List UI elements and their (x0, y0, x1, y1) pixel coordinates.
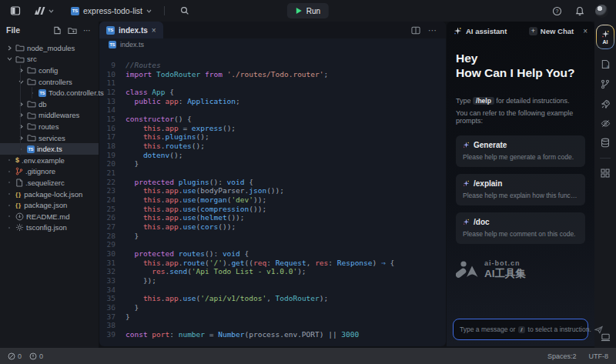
rocket-icon[interactable] (601, 99, 611, 109)
tree-item-config[interactable]: config (0, 65, 99, 76)
code-line-39[interactable]: 39const port: number = Number(process.en… (99, 330, 446, 339)
terminal-laptop-icon[interactable] (601, 333, 611, 342)
code-line-31[interactable]: 31 this.app.route('/').get((req: Request… (99, 259, 446, 268)
watermark: ai-bot.cn AI工具集 (456, 259, 585, 281)
run-button[interactable]: Run (287, 3, 329, 18)
new-chat-button[interactable]: + New Chat (529, 27, 574, 35)
tree-item-node-modules[interactable]: node_modules (0, 42, 99, 54)
close-icon[interactable]: × (583, 27, 588, 35)
database-icon[interactable] (601, 138, 610, 148)
prompt-card-explain[interactable]: /explainPlease help me explain how this … (456, 174, 585, 205)
editor-more-icon[interactable]: ⋯ (428, 25, 437, 35)
split-editor-icon[interactable] (411, 26, 420, 35)
ai-sparkle-icon (601, 30, 610, 38)
ts-badge-icon: TS (106, 26, 115, 35)
tree-item-package-lock-json[interactable]: {}package-lock.json (0, 189, 99, 200)
tree-item-index-ts[interactable]: TSindex.ts (0, 143, 99, 155)
tree-item-middlewares[interactable]: middlewares (0, 110, 99, 122)
file-explorer-panel: File ⋯ node_modulessrcconfigcontrollersT… (0, 22, 99, 348)
code-line-24[interactable]: 24 this.app.use(morgan('dev')); (99, 195, 446, 205)
code-line-13[interactable]: 13 public app: Application; (99, 97, 446, 106)
tree-item--gitignore[interactable]: .gitignore (0, 166, 99, 178)
extensions-grid-icon[interactable] (601, 169, 610, 178)
code-line-32[interactable]: 32 res.send('Api Todo List - v1.0.0'); (99, 267, 446, 276)
search-icon[interactable] (177, 3, 192, 18)
code-line-34[interactable]: 34 (99, 286, 446, 295)
code-line-9[interactable]: 9//Routes (99, 61, 446, 70)
code-line-18[interactable]: 18 this.routes(); (99, 142, 446, 151)
tree-item-controllers[interactable]: controllers (0, 76, 99, 88)
folder-icon (27, 134, 36, 142)
send-icon[interactable] (594, 326, 603, 334)
tree-item-tsconfig-json[interactable]: tsconfig.json (0, 222, 99, 234)
code-line-11[interactable]: 11 (99, 78, 446, 88)
encoding-status[interactable]: UTF-8 (589, 352, 609, 360)
more-actions-icon[interactable]: ⋯ (82, 24, 92, 36)
code-line-19[interactable]: 19 dotenv(); (99, 151, 446, 160)
watermark-logo-icon (456, 260, 479, 280)
ai-assistant-tab[interactable]: AI (596, 25, 614, 49)
code-line-25[interactable]: 25 this.app.use(compression()); (99, 205, 446, 214)
prompt-card-doc[interactable]: /docPlease help me comment on this code. (456, 212, 585, 244)
code-line-10[interactable]: 10import TodoRouter from './routes/Todo.… (99, 70, 446, 79)
ai-panel-title: AI assistant (466, 27, 507, 35)
code-line-35[interactable]: 35 this.app.use('/api/v1/todos', TodoRou… (99, 294, 446, 303)
code-line-14[interactable]: 14 (99, 105, 446, 115)
tree-item--env-example[interactable]: $.env.example (0, 155, 99, 166)
code-line-15[interactable]: 15constructor() { (99, 115, 446, 124)
tree-item-src[interactable]: src (0, 54, 99, 65)
code-line-16[interactable]: 16 this.app = express(); (99, 124, 446, 133)
code-line-36[interactable]: 36 } (99, 303, 446, 312)
help-hint: Type /help for detailed instructions. (456, 97, 585, 105)
errors-status[interactable]: 0 (8, 352, 22, 360)
chevron-right-icon (18, 124, 24, 129)
code-area[interactable]: 9//Routes10import TodoRouter from './rou… (99, 51, 446, 346)
tab-index-ts[interactable]: TS index.ts × (99, 22, 163, 38)
code-line-20[interactable]: 20 } (99, 159, 446, 169)
tree-item-routes[interactable]: routes (0, 121, 99, 132)
breadcrumb[interactable]: TS index.ts (99, 38, 446, 51)
code-line-38[interactable]: 38 (99, 321, 446, 330)
tree-item-package-json[interactable]: {}package.json (0, 199, 99, 211)
code-line-29[interactable]: 29 (99, 240, 446, 249)
chevron-right-icon (18, 68, 24, 73)
tab-close-icon[interactable]: × (152, 26, 156, 35)
code-line-37[interactable]: 37} (99, 312, 446, 322)
code-line-22[interactable]: 22 protected plugins(): void { (99, 178, 446, 187)
chat-input[interactable]: Type a message or / to select a instruct… (453, 319, 588, 340)
notifications-bell-icon[interactable] (572, 3, 588, 18)
sidebar-toggle-icon[interactable] (8, 3, 23, 18)
tree-item-services[interactable]: services (0, 132, 99, 144)
docs-icon[interactable]: a (601, 59, 611, 69)
tree-item-db[interactable]: db (0, 99, 99, 110)
chevron-down-icon (18, 79, 24, 85)
avatar[interactable] (595, 5, 608, 18)
code-line-27[interactable]: 27 this.app.use(cors()); (99, 222, 446, 232)
code-line-12[interactable]: 12class App { (99, 88, 446, 97)
code-line-23[interactable]: 23 this.app.use(bodyParser.json()); (99, 186, 446, 195)
new-folder-icon[interactable] (66, 24, 79, 36)
code-line-33[interactable]: 33 }); (99, 276, 446, 286)
code-line-17[interactable]: 17 this.plugins(); (99, 132, 446, 142)
git-branch-icon[interactable] (601, 79, 610, 89)
sparkle-icon (463, 219, 470, 225)
app-logo[interactable] (34, 6, 54, 15)
project-switcher[interactable]: TS express-todo-list (71, 6, 152, 15)
prompt-card-generate[interactable]: GeneratePlease help me generate a form c… (456, 135, 585, 167)
preview-off-icon[interactable] (601, 119, 611, 128)
code-line-30[interactable]: 30 protected routes(): void { (99, 249, 446, 259)
code-line-21[interactable]: 21 (99, 169, 446, 178)
ts-badge-icon: TS (109, 41, 116, 48)
indentation-status[interactable]: Spaces:2 (547, 352, 577, 360)
warnings-status[interactable]: 0 (29, 352, 43, 360)
ai-tab-label: AI (603, 39, 608, 45)
tree-item-readme-md[interactable]: README.md (0, 211, 99, 222)
file-bullet (8, 159, 10, 161)
code-line-26[interactable]: 26 this.app.use(helmet()); (99, 213, 446, 222)
tree-item--sequelizerc[interactable]: .sequelizerc (0, 177, 99, 189)
right-activity-bar: AI a (594, 22, 616, 348)
code-line-28[interactable]: 28 } (99, 232, 446, 241)
tree-item-todo-controller-ts[interactable]: TSTodo.controller.ts (0, 87, 99, 99)
help-icon[interactable]: ? (549, 3, 564, 18)
new-file-icon[interactable] (51, 24, 63, 36)
